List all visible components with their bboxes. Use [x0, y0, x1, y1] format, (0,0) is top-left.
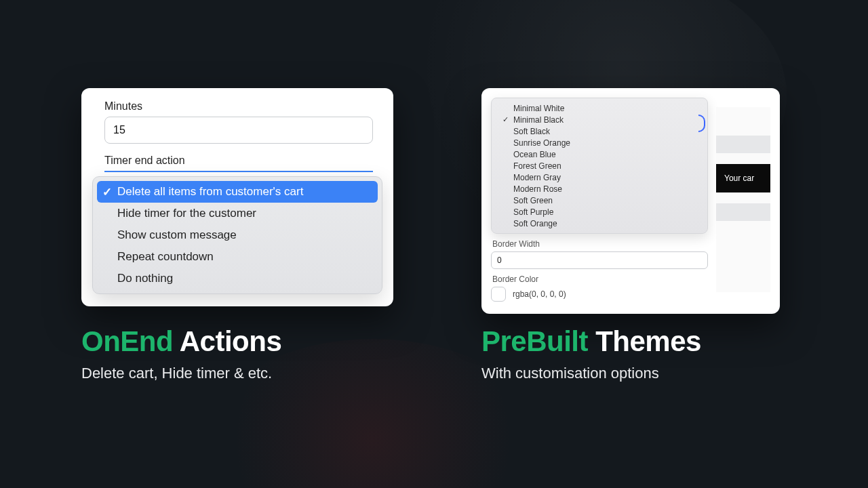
- theme-preset-dropdown[interactable]: ✓Minimal White✓Minimal Black✓Soft Black✓…: [491, 98, 708, 234]
- theme-label: Soft Black: [513, 127, 550, 136]
- timer-action-option[interactable]: ✓Repeat countdown: [93, 246, 382, 268]
- theme-option[interactable]: ✓Forest Green: [492, 160, 707, 171]
- minutes-label: Minutes: [104, 100, 373, 113]
- prebuilt-title-accent: PreBuilt: [481, 325, 588, 357]
- option-label: Delete all items from customer's cart: [117, 185, 303, 199]
- onend-actions-card: Minutes 15 Timer end action ✓Delete all …: [81, 88, 393, 306]
- prebuilt-themes-card: ✓Minimal White✓Minimal Black✓Soft Black✓…: [481, 88, 780, 314]
- preview-cart-banner: Your car: [716, 164, 770, 192]
- onend-title-accent: OnEnd: [81, 325, 173, 357]
- border-color-swatch[interactable]: [491, 287, 506, 302]
- prebuilt-caption: PreBuilt Themes With customisation optio…: [481, 325, 780, 382]
- theme-option[interactable]: ✓Soft Green: [492, 195, 707, 206]
- onend-title-rest: Actions: [173, 325, 281, 357]
- theme-label: Sunrise Orange: [513, 138, 570, 148]
- option-label: Repeat countdown: [117, 250, 214, 264]
- theme-option[interactable]: ✓Soft Purple: [492, 206, 707, 218]
- timer-end-action-dropdown[interactable]: ✓Delete all items from customer's cart✓H…: [92, 176, 382, 294]
- timer-action-option[interactable]: ✓Do nothing: [93, 268, 382, 289]
- check-icon: ✓: [102, 185, 112, 199]
- preview-bar: [716, 203, 770, 221]
- option-label: Do nothing: [117, 272, 173, 285]
- timer-action-option[interactable]: ✓Show custom message: [93, 224, 382, 246]
- preview-bar: [716, 136, 770, 153]
- theme-label: Modern Gray: [513, 173, 561, 182]
- minutes-input[interactable]: 15: [104, 117, 373, 144]
- theme-option[interactable]: ✓Minimal White: [492, 102, 707, 114]
- prebuilt-title: PreBuilt Themes: [481, 325, 780, 358]
- theme-label: Soft Green: [513, 196, 553, 205]
- theme-label: Soft Orange: [513, 219, 557, 228]
- dropdown-top-border: [104, 171, 373, 172]
- prebuilt-subtitle: With customisation options: [481, 365, 780, 382]
- theme-preview-strip: Your car: [716, 107, 770, 292]
- option-label: Show custom message: [117, 228, 237, 242]
- theme-label: Modern Rose: [513, 184, 562, 194]
- timer-action-option[interactable]: ✓Hide timer for the customer: [93, 203, 382, 224]
- theme-label: Forest Green: [513, 161, 561, 171]
- theme-option[interactable]: ✓Modern Gray: [492, 171, 707, 183]
- theme-option[interactable]: ✓Modern Rose: [492, 183, 707, 195]
- theme-label: Minimal Black: [513, 115, 564, 125]
- theme-option[interactable]: ✓Soft Black: [492, 125, 707, 137]
- onend-title: OnEnd Actions: [81, 325, 281, 358]
- theme-option[interactable]: ✓Soft Orange: [492, 218, 707, 229]
- theme-option[interactable]: ✓Minimal Black: [492, 114, 707, 125]
- theme-option[interactable]: ✓Ocean Blue: [492, 148, 707, 160]
- check-icon: ✓: [502, 115, 509, 124]
- timer-action-option[interactable]: ✓Delete all items from customer's cart: [97, 181, 378, 203]
- timer-end-action-label: Timer end action: [104, 155, 373, 167]
- option-label: Hide timer for the customer: [117, 207, 256, 220]
- border-width-input[interactable]: 0: [491, 251, 708, 269]
- border-color-value: rgba(0, 0, 0, 0): [513, 289, 566, 299]
- theme-label: Minimal White: [513, 104, 564, 113]
- theme-label: Soft Purple: [513, 207, 553, 217]
- onend-subtitle: Delete cart, Hide timer & etc.: [81, 365, 281, 382]
- theme-label: Ocean Blue: [513, 150, 556, 159]
- prebuilt-title-rest: Themes: [588, 325, 701, 357]
- onend-caption: OnEnd Actions Delete cart, Hide timer & …: [81, 325, 281, 382]
- theme-option[interactable]: ✓Sunrise Orange: [492, 137, 707, 148]
